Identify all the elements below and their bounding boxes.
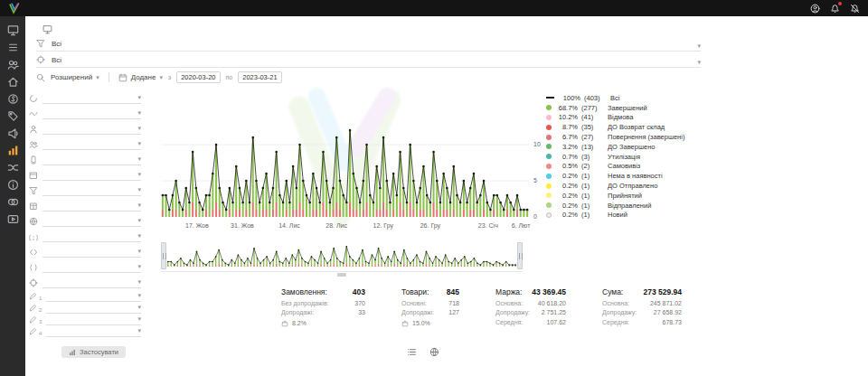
globe-icon <box>29 217 38 226</box>
rail-item-orders[interactable] <box>7 42 19 53</box>
rail-item-home[interactable] <box>7 76 19 88</box>
x-axis-tick-label: 31. Жов <box>231 222 254 229</box>
stat-subrow: Основні:718 <box>401 300 459 306</box>
chevron-down-icon <box>137 211 141 225</box>
sidebar-filter-select[interactable] <box>42 277 141 288</box>
advanced-filter-dropdown[interactable]: Розширений <box>51 73 99 81</box>
legend-item[interactable]: 100%(403)Всі <box>546 93 684 103</box>
legend-item[interactable]: 8.7%(35)ДО Возврат склад <box>546 122 684 132</box>
legend-line-marker <box>546 97 554 99</box>
stat-subrow-value: 127 <box>448 309 459 315</box>
legend-count: (35) <box>581 123 604 131</box>
sidebar-filter-select[interactable] <box>42 216 141 227</box>
status-filter-select[interactable]: Всі <box>36 36 701 52</box>
date-field-label: Додане <box>131 73 156 81</box>
custom-filter-index: 3 <box>39 319 42 324</box>
stat-subrow-label: Середня: <box>495 319 523 325</box>
pencil-icon <box>29 292 37 300</box>
braces-icon: {;} <box>29 232 38 241</box>
topbar-notifications-button[interactable] <box>830 4 840 14</box>
date-from-input[interactable]: 2020-03-20 <box>176 71 220 83</box>
legend-count: (1) <box>581 172 604 180</box>
footer-globe-button[interactable] <box>429 347 439 357</box>
chevron-down-icon <box>137 118 141 133</box>
sidebar-filter-select[interactable] <box>42 185 141 196</box>
rail-item-broadcast[interactable] <box>7 127 19 139</box>
rail-item-tags[interactable] <box>7 110 19 122</box>
sidebar-filter-row <box>29 106 141 121</box>
custom-filter-index: 2 <box>39 307 42 313</box>
navigator-scrollbar <box>161 271 523 276</box>
date-field-dropdown[interactable]: Додане <box>118 73 163 82</box>
apply-filters-button[interactable]: Застосувати <box>61 346 126 358</box>
x-axis-tick-label: 28. Лис <box>326 222 347 229</box>
sidebar-filter-select[interactable] <box>42 247 141 258</box>
rail-item-customers[interactable] <box>7 59 19 70</box>
screencast-button[interactable] <box>42 24 53 34</box>
legend-dot-marker <box>546 174 552 179</box>
sidebar-filter-select[interactable] <box>42 231 141 242</box>
rail-item-video[interactable] <box>7 213 19 225</box>
navigator-scrollbar-thumb[interactable] <box>337 273 346 277</box>
chevron-down-icon <box>159 74 163 81</box>
legend-count: (1) <box>581 211 604 219</box>
legend-count: (2) <box>581 162 604 170</box>
stat-share-value: 8.2% <box>292 320 307 327</box>
rail-item-finance[interactable] <box>7 93 19 105</box>
stat-header: Замовлення:403 <box>281 287 365 296</box>
x-axis-tick-label: 6. Лют <box>512 222 531 229</box>
legend-item[interactable]: 0.2%(1)Новий <box>546 211 684 221</box>
sidebar-custom-filter-select[interactable] <box>46 303 141 314</box>
legend-item[interactable]: 3.2%(13)ДО Завершено <box>546 142 684 152</box>
legend-item[interactable]: 10.2%(41)Відмова <box>546 113 684 123</box>
legend-item[interactable]: 6.7%(27)Повернення (завершені) <box>546 132 684 142</box>
footer-list-view-button[interactable] <box>407 347 417 357</box>
package-icon <box>29 202 38 211</box>
sidebar-filter-select[interactable] <box>42 201 141 212</box>
legend-label: Завершений <box>608 104 647 112</box>
rail-item-integrations[interactable] <box>7 162 19 174</box>
rail-item-stats[interactable] <box>7 145 19 156</box>
legend-item[interactable]: 0.7%(3)Утилізація <box>546 152 684 162</box>
topbar-notifications-muted-button[interactable] <box>850 4 860 14</box>
legend-item[interactable]: 0.2%(1)Відправлений <box>546 201 684 211</box>
display-icon <box>7 24 19 36</box>
legend-item[interactable]: 0.5%(2)Самовивіз <box>546 162 684 172</box>
home-icon <box>7 76 19 88</box>
navigator-left-handle[interactable] <box>161 242 166 269</box>
search-icon[interactable] <box>36 73 45 82</box>
chart-navigator <box>161 242 523 269</box>
stats-icon <box>69 349 76 356</box>
sidebar-filter-select[interactable] <box>42 155 141 165</box>
sidebar-custom-filter-select[interactable] <box>46 326 141 337</box>
rail-item-info[interactable] <box>7 179 19 191</box>
sidebar-filter-select[interactable] <box>42 124 141 135</box>
topbar-avatar-button[interactable] <box>810 4 820 14</box>
legend-item[interactable]: 0.2%(1)ДО Отправлено <box>546 181 684 191</box>
funnel-icon <box>36 39 45 48</box>
legend-label: Новий <box>608 211 627 219</box>
box-icon <box>29 171 38 180</box>
sidebar-custom-filter-select[interactable] <box>46 291 141 302</box>
rail-item-partners[interactable] <box>7 196 19 208</box>
sidebar-filter-select[interactable] <box>42 108 141 119</box>
sidebar-filter-select[interactable] <box>42 139 141 150</box>
chart-plot[interactable] <box>161 90 529 217</box>
legend-item[interactable]: 0.2%(1)Нема в наявності <box>546 171 684 181</box>
legend-dot-marker <box>546 135 552 140</box>
legend-item[interactable]: 0.2%(1)Прийнятий <box>546 191 684 201</box>
chevron-down-icon <box>137 321 141 335</box>
sidebar-filter-select[interactable] <box>42 93 141 104</box>
legend-dot-marker <box>546 183 552 189</box>
group-filter-select[interactable]: Всі <box>36 52 701 68</box>
calendar-icon <box>118 73 127 82</box>
legend-item[interactable]: 68.7%(277)Завершений <box>546 103 684 113</box>
date-to-input[interactable]: 2023-03-21 <box>238 71 281 83</box>
x-axis-tick-label: 12. Гру <box>373 222 393 229</box>
sidebar-filter-select[interactable] <box>42 262 141 273</box>
navigator-right-handle[interactable] <box>517 242 523 269</box>
topbar-right <box>810 4 860 14</box>
sidebar-custom-filter-select[interactable] <box>46 315 141 325</box>
sidebar-filter-select[interactable] <box>42 170 141 181</box>
rail-item-display[interactable] <box>7 24 19 36</box>
